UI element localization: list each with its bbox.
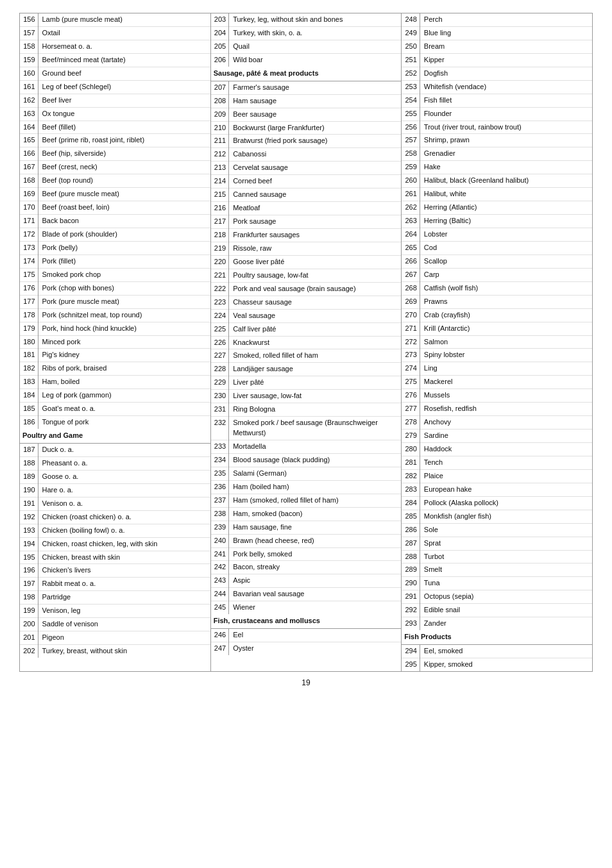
row-num-0-29: 185 xyxy=(20,403,38,416)
row-label-0-22: Pork (schnitzel meat, top round) xyxy=(38,308,210,322)
row-label-2-24: Salmon xyxy=(420,335,592,349)
row-num-0-39: 194 xyxy=(20,537,38,551)
row-label-2-12: Halibut, black (Greenland halibut) xyxy=(420,174,592,188)
row-num-2-44: 292 xyxy=(402,604,420,617)
row-label-2-2: Bream xyxy=(420,40,592,53)
row-label-2-4: Dogfish xyxy=(420,67,592,80)
row-label-2-29: Rosefish, redfish xyxy=(420,403,592,416)
row-label-2-36: Pollock (Alaska pollock) xyxy=(420,496,592,510)
row-num-2-17: 265 xyxy=(402,241,420,255)
row-num-2-14: 262 xyxy=(402,201,420,215)
row-num-2-23: 271 xyxy=(402,322,420,335)
row-num-2-31: 279 xyxy=(402,430,420,443)
row-label-2-44: Edible snail xyxy=(420,604,592,617)
row-num-0-0: 156 xyxy=(20,13,38,26)
row-label-0-38: Chicken (boiling fowl) o. a. xyxy=(38,524,210,537)
row-label-0-10: Beef (hip, silverside) xyxy=(38,147,210,161)
row-num-2-29: 277 xyxy=(402,403,420,416)
row-label-1-34: Ham (boiled ham) xyxy=(229,480,402,494)
row-num-1-6: 208 xyxy=(211,94,229,108)
row-label-2-47: Eel, smoked xyxy=(420,645,592,658)
row-label-1-3: Wild boar xyxy=(229,53,402,66)
row-num-0-4: 160 xyxy=(20,67,38,80)
row-label-1-18: Goose liver pâté xyxy=(229,255,402,269)
row-label-1-16: Frankfurter sausages xyxy=(229,229,402,242)
row-num-1-34: 236 xyxy=(211,480,229,494)
row-num-0-9: 165 xyxy=(20,134,38,147)
row-num-2-30: 278 xyxy=(402,416,420,430)
row-num-1-22: 224 xyxy=(211,309,229,322)
row-num-2-22: 270 xyxy=(402,308,420,322)
row-num-0-20: 176 xyxy=(20,281,38,295)
row-num-2-18: 266 xyxy=(402,255,420,268)
row-num-1-41: 243 xyxy=(211,574,229,588)
row-label-1-15: Pork sausage xyxy=(229,215,402,229)
row-label-0-6: Beef liver xyxy=(38,94,210,107)
row-num-2-13: 261 xyxy=(402,188,420,201)
row-num-2-19: 267 xyxy=(402,268,420,281)
row-label-1-19: Poultry sausage, low-fat xyxy=(229,269,402,282)
row-label-1-0: Turkey, leg, without skin and bones xyxy=(229,13,402,26)
column-1: 156Lamb (pure muscle meat)157Oxtail158Ho… xyxy=(19,13,211,672)
row-label-1-40: Bacon, streaky xyxy=(229,561,402,574)
row-num-1-46: 247 xyxy=(211,642,229,655)
row-label-2-18: Scallop xyxy=(420,255,592,268)
row-label-1-27: Liver pâté xyxy=(229,376,402,390)
row-num-2-6: 254 xyxy=(402,94,420,107)
row-num-2-35: 283 xyxy=(402,483,420,496)
row-num-2-7: 255 xyxy=(402,107,420,121)
row-label-0-20: Pork (chop with bones) xyxy=(38,281,210,295)
row-num-0-38: 193 xyxy=(20,524,38,537)
row-label-0-28: Leg of pork (gammon) xyxy=(38,389,210,403)
row-num-1-2: 205 xyxy=(211,40,229,53)
row-num-2-24: 272 xyxy=(402,335,420,349)
row-num-2-42: 290 xyxy=(402,577,420,590)
row-num-0-10: 166 xyxy=(20,147,38,161)
row-num-1-19: 221 xyxy=(211,269,229,282)
row-label-2-8: Trout (river trout, rainbow trout) xyxy=(420,121,592,134)
row-num-0-45: 200 xyxy=(20,618,38,631)
row-num-0-21: 177 xyxy=(20,295,38,308)
row-num-1-30: 232 xyxy=(211,417,229,440)
row-num-2-36: 284 xyxy=(402,496,420,510)
row-label-0-26: Ribs of pork, braised xyxy=(38,362,210,376)
row-num-0-33: 188 xyxy=(20,456,38,470)
row-num-1-36: 238 xyxy=(211,507,229,521)
row-label-1-46: Oyster xyxy=(229,642,402,655)
row-label-2-43: Octopus (sepia) xyxy=(420,590,592,604)
row-label-2-41: Smelt xyxy=(420,563,592,577)
row-num-1-15: 217 xyxy=(211,215,229,229)
row-label-2-0: Perch xyxy=(420,13,592,26)
row-num-1-37: 239 xyxy=(211,521,229,534)
row-label-0-32: Duck o. a. xyxy=(38,444,210,457)
row-label-0-34: Goose o. a. xyxy=(38,470,210,483)
row-label-2-39: Sprat xyxy=(420,537,592,550)
row-num-2-10: 258 xyxy=(402,147,420,161)
row-num-2-1: 249 xyxy=(402,26,420,40)
row-num-1-16: 218 xyxy=(211,229,229,242)
page-footer: 19 xyxy=(19,678,593,687)
row-label-0-7: Ox tongue xyxy=(38,107,210,121)
row-num-2-20: 268 xyxy=(402,281,420,295)
row-label-0-47: Turkey, breast, without skin xyxy=(38,645,210,658)
row-num-0-47: 202 xyxy=(20,645,38,658)
row-label-1-33: Salami (German) xyxy=(229,467,402,480)
row-num-1-18: 220 xyxy=(211,255,229,269)
row-label-0-45: Saddle of venison xyxy=(38,618,210,631)
row-label-1-36: Ham, smoked (bacon) xyxy=(229,507,402,521)
row-num-1-42: 244 xyxy=(211,588,229,601)
row-num-1-20: 222 xyxy=(211,282,229,296)
row-label-1-10: Cabanossi xyxy=(229,148,402,162)
row-num-2-39: 287 xyxy=(402,537,420,550)
row-label-1-45: Eel xyxy=(229,629,402,642)
row-label-2-10: Grenadier xyxy=(420,147,592,161)
row-num-2-34: 282 xyxy=(402,469,420,483)
row-num-2-16: 264 xyxy=(402,228,420,242)
section-header-2-46: Fish Products xyxy=(402,630,592,644)
row-label-1-32: Blood sausage (black pudding) xyxy=(229,453,402,467)
row-label-0-19: Smoked pork chop xyxy=(38,268,210,281)
page-wrapper: 156Lamb (pure muscle meat)157Oxtail158Ho… xyxy=(19,13,593,672)
row-label-0-33: Pheasant o. a. xyxy=(38,456,210,470)
row-num-1-0: 203 xyxy=(211,13,229,26)
row-label-1-37: Ham sausage, fine xyxy=(229,521,402,534)
